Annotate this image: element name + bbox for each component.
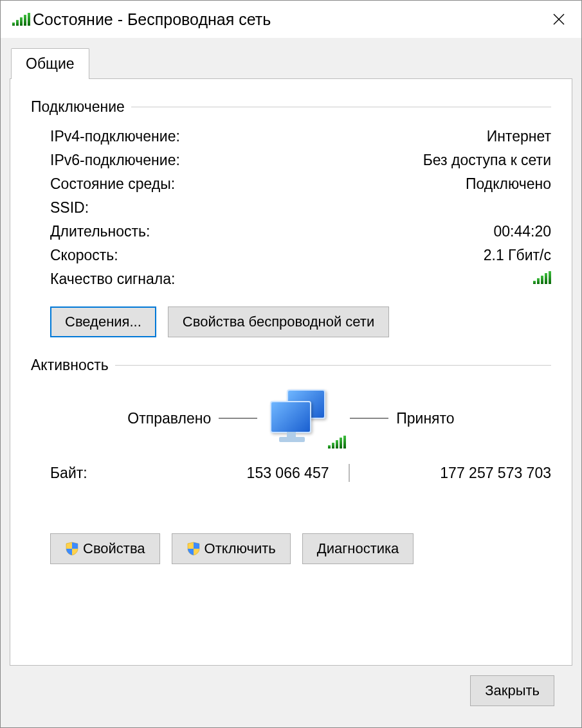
shield-icon xyxy=(186,542,201,556)
signal-bars-icon xyxy=(533,271,551,284)
titlebar: Состояние - Беспроводная сеть xyxy=(1,1,581,38)
group-connection-label: Подключение xyxy=(31,98,125,116)
diagnose-button[interactable]: Диагностика xyxy=(302,533,414,564)
sent-label: Отправлено xyxy=(127,410,211,427)
received-label: Принято xyxy=(396,410,454,427)
dash-right xyxy=(350,418,388,419)
signal-label: Качество сигнала: xyxy=(50,271,533,288)
dash-left xyxy=(219,418,257,419)
client-area: Общие Подключение IPv4-подключение: Инте… xyxy=(1,38,581,727)
properties-button-label: Свойства xyxy=(83,540,145,557)
group-activity-label: Активность xyxy=(31,357,109,374)
row-ssid: SSID: xyxy=(31,196,551,220)
ipv6-value: Без доступа к сети xyxy=(423,152,551,169)
window-frame: Состояние - Беспроводная сеть Общие Подк… xyxy=(0,0,582,728)
ipv4-label: IPv4-подключение: xyxy=(50,128,487,145)
details-button[interactable]: Сведения... xyxy=(50,306,156,337)
ssid-label: SSID: xyxy=(50,199,551,217)
bytes-label: Байт: xyxy=(50,465,147,482)
row-ipv4: IPv4-подключение: Интернет xyxy=(31,125,551,148)
disable-button[interactable]: Отключить xyxy=(172,533,291,564)
duration-label: Длительность: xyxy=(50,223,493,240)
close-button[interactable]: Закрыть xyxy=(470,675,554,706)
signal-value xyxy=(533,271,551,288)
window-title: Состояние - Беспроводная сеть xyxy=(33,10,544,29)
close-icon[interactable] xyxy=(544,4,574,34)
speed-label: Скорость: xyxy=(50,247,484,264)
group-connection: Подключение xyxy=(31,98,551,116)
ipv4-value: Интернет xyxy=(487,128,551,145)
media-value: Подключено xyxy=(466,175,551,193)
footer: Закрыть xyxy=(10,666,572,716)
shield-icon xyxy=(65,542,79,556)
disable-button-label: Отключить xyxy=(205,540,276,557)
network-computers-icon xyxy=(265,389,342,447)
connection-button-row: Сведения... Свойства беспроводной сети xyxy=(31,291,551,344)
row-speed: Скорость: 2.1 Гбит/с xyxy=(31,244,551,267)
media-label: Состояние среды: xyxy=(50,175,466,193)
speed-value: 2.1 Гбит/с xyxy=(484,247,551,264)
bytes-received: 177 257 573 703 xyxy=(350,465,552,482)
group-activity: Активность xyxy=(31,357,551,374)
wifi-signal-icon xyxy=(12,13,26,26)
duration-value: 00:44:20 xyxy=(493,223,551,240)
row-media: Состояние среды: Подключено xyxy=(31,172,551,196)
bytes-sent: 153 066 457 xyxy=(147,465,349,482)
row-duration: Длительность: 00:44:20 xyxy=(31,220,551,244)
divider xyxy=(131,107,551,107)
divider xyxy=(115,365,551,366)
activity-graphic: Отправлено Принято xyxy=(31,383,551,460)
tab-general[interactable]: Общие xyxy=(11,48,89,79)
wireless-properties-button[interactable]: Свойства беспроводной сети xyxy=(168,306,389,337)
row-ipv6: IPv6-подключение: Без доступа к сети xyxy=(31,148,551,172)
tab-row: Общие xyxy=(10,47,572,79)
action-button-row: Свойства Отключить Диагностика xyxy=(31,518,551,571)
row-signal: Качество сигнала: xyxy=(31,267,551,291)
ipv6-label: IPv6-подключение: xyxy=(50,152,423,169)
bytes-row: Байт: 153 066 457 177 257 573 703 xyxy=(31,460,551,486)
tab-panel: Подключение IPv4-подключение: Интернет I… xyxy=(10,78,572,666)
properties-button[interactable]: Свойства xyxy=(50,533,160,564)
